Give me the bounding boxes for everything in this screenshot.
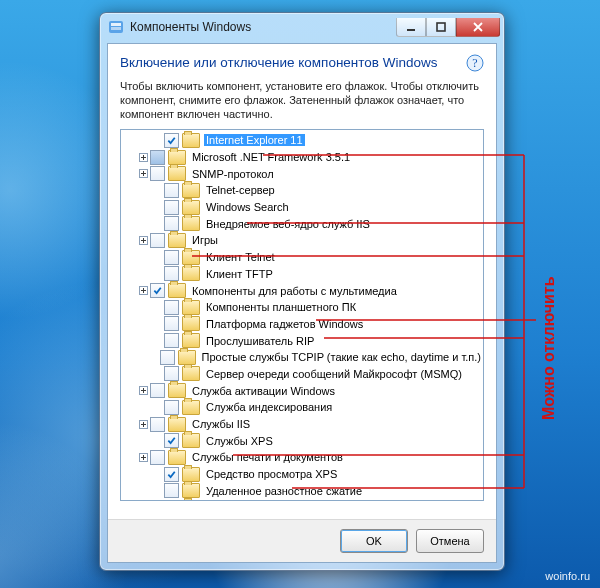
tree-row[interactable]: Службы IIS	[121, 416, 483, 433]
tree-row[interactable]: Удаленное разностное сжатие	[121, 482, 483, 499]
feature-checkbox[interactable]	[150, 383, 165, 398]
tree-row[interactable]: Windows Search	[121, 199, 483, 216]
desktop-background: Компоненты Windows Включение или отключе…	[0, 0, 600, 588]
tree-row[interactable]: Простые службы TCPIP (такие как echo, da…	[121, 349, 483, 366]
tree-row[interactable]: Игры	[121, 232, 483, 249]
feature-checkbox[interactable]	[164, 316, 179, 331]
feature-checkbox[interactable]	[150, 166, 165, 181]
feature-checkbox[interactable]	[164, 467, 179, 482]
tree-row[interactable]: Microsoft .NET Framework 3.5.1	[121, 149, 483, 166]
expand-spacer	[151, 184, 163, 196]
feature-checkbox[interactable]	[164, 266, 179, 281]
feature-label: Клиент Telnet	[204, 251, 277, 263]
expand-spacer	[151, 218, 163, 230]
feature-label: Сервер очереди сообщений Майкрософт (MSM…	[204, 368, 464, 380]
expand-icon[interactable]	[137, 168, 149, 180]
feature-checkbox[interactable]	[164, 366, 179, 381]
tree-row[interactable]: Служба индексирования	[121, 399, 483, 416]
feature-label: Telnet-сервер	[204, 184, 277, 196]
tree-row[interactable]: Прослушиватель RIP	[121, 332, 483, 349]
folder-icon	[168, 417, 186, 432]
feature-checkbox[interactable]	[164, 433, 179, 448]
cancel-button[interactable]: Отмена	[416, 529, 484, 553]
features-tree[interactable]: Internet Explorer 11Microsoft .NET Frame…	[120, 129, 484, 501]
titlebar[interactable]: Компоненты Windows	[100, 13, 504, 41]
tree-row[interactable]: Службы печати и документов	[121, 449, 483, 466]
feature-label: Служба индексирования	[204, 401, 334, 413]
feature-checkbox[interactable]	[164, 483, 179, 498]
svg-rect-1	[111, 23, 121, 26]
tree-row[interactable]: Компоненты для работы с мультимедиа	[121, 282, 483, 299]
feature-checkbox[interactable]	[164, 250, 179, 265]
folder-icon	[182, 433, 200, 448]
folder-icon	[182, 316, 200, 331]
expand-spacer	[151, 485, 163, 497]
feature-checkbox[interactable]	[164, 500, 179, 501]
feature-checkbox[interactable]	[150, 283, 165, 298]
expand-spacer	[151, 368, 163, 380]
ok-button[interactable]: OK	[340, 529, 408, 553]
feature-label: Прослушиватель RIP	[204, 335, 316, 347]
expand-spacer	[151, 318, 163, 330]
svg-rect-4	[437, 23, 445, 31]
tree-row[interactable]: Служба активации Windows	[121, 382, 483, 399]
heading-text: Включение или отключение компонентов Win…	[120, 55, 438, 70]
tree-row[interactable]: Internet Explorer 11	[121, 132, 483, 149]
maximize-button[interactable]	[426, 18, 456, 37]
feature-checkbox[interactable]	[150, 450, 165, 465]
description-text: Чтобы включить компонент, установите его…	[120, 79, 484, 121]
tree-row[interactable]: Платформа гаджетов Windows	[121, 316, 483, 333]
button-bar: OK Отмена	[108, 519, 496, 562]
tree-row[interactable]: Клиент TFTP	[121, 266, 483, 283]
feature-checkbox[interactable]	[164, 216, 179, 231]
feature-label: Компоненты планшетного ПК	[204, 301, 358, 313]
feature-label: Компоненты для работы с мультимедиа	[190, 285, 399, 297]
svg-rect-2	[111, 27, 121, 30]
client-area: Включение или отключение компонентов Win…	[107, 43, 497, 563]
tree-row[interactable]: SNMP-протокол	[121, 165, 483, 182]
feature-checkbox[interactable]	[150, 150, 165, 165]
feature-label: SNMP-протокол	[190, 168, 276, 180]
page-title: Включение или отключение компонентов Win…	[120, 54, 484, 71]
feature-checkbox[interactable]	[164, 200, 179, 215]
feature-label: Внедряемое веб-ядро служб IIS	[204, 218, 372, 230]
svg-text:?: ?	[472, 56, 477, 70]
feature-checkbox[interactable]	[150, 417, 165, 432]
folder-icon	[182, 333, 200, 348]
expand-spacer	[151, 251, 163, 263]
feature-checkbox[interactable]	[164, 300, 179, 315]
expand-icon[interactable]	[137, 418, 149, 430]
tree-row[interactable]: Внедряемое веб-ядро служб IIS	[121, 215, 483, 232]
folder-icon	[168, 450, 186, 465]
tree-row[interactable]: Telnet-сервер	[121, 182, 483, 199]
feature-checkbox[interactable]	[160, 350, 175, 365]
expand-icon[interactable]	[137, 151, 149, 163]
tree-row[interactable]: Сервер очереди сообщений Майкрософт (MSM…	[121, 366, 483, 383]
feature-label: Internet Explorer 11	[204, 134, 305, 146]
tree-row[interactable]: Компоненты планшетного ПК	[121, 299, 483, 316]
feature-label: Службы IIS	[190, 418, 252, 430]
tree-row[interactable]: Фильтр Windows TIFF IFilter	[121, 499, 483, 501]
feature-checkbox[interactable]	[164, 183, 179, 198]
folder-icon	[168, 166, 186, 181]
expand-icon[interactable]	[137, 234, 149, 246]
expand-spacer	[151, 401, 163, 413]
folder-icon	[168, 233, 186, 248]
feature-checkbox[interactable]	[164, 133, 179, 148]
expand-spacer	[151, 268, 163, 280]
feature-checkbox[interactable]	[150, 233, 165, 248]
expand-icon[interactable]	[137, 285, 149, 297]
tree-row[interactable]: Средство просмотра XPS	[121, 466, 483, 483]
feature-checkbox[interactable]	[164, 400, 179, 415]
folder-icon	[182, 500, 200, 501]
tree-row[interactable]: Клиент Telnet	[121, 249, 483, 266]
expand-icon[interactable]	[137, 451, 149, 463]
help-icon[interactable]: ?	[466, 54, 484, 72]
minimize-button[interactable]	[396, 18, 426, 37]
tree-row[interactable]: Службы XPS	[121, 432, 483, 449]
close-button[interactable]	[456, 18, 500, 37]
expand-icon[interactable]	[137, 385, 149, 397]
expand-spacer	[148, 351, 159, 363]
feature-checkbox[interactable]	[164, 333, 179, 348]
feature-label: Службы XPS	[204, 435, 275, 447]
